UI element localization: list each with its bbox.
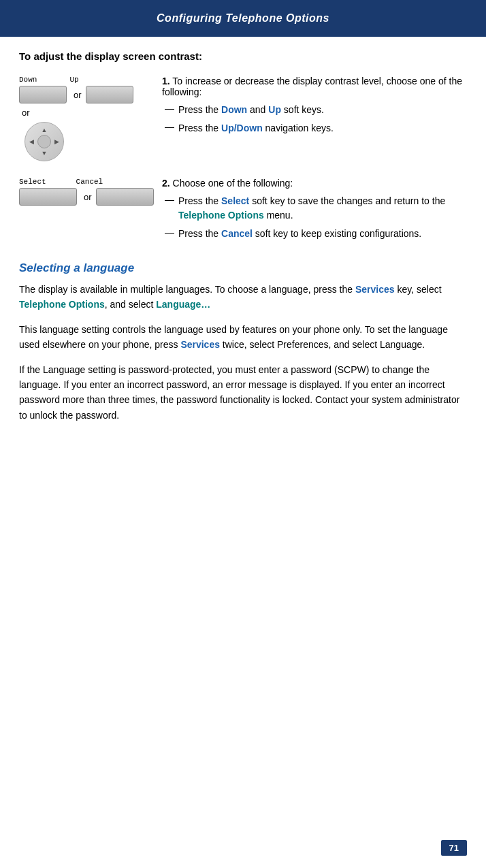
section2-para3: If the Language setting is password-prot…: [19, 362, 467, 423]
select-key-label: Select: [19, 178, 46, 186]
nav-center-button[interactable]: [37, 135, 51, 148]
down-key-label-container: Down: [19, 76, 37, 84]
select-softkey[interactable]: [19, 188, 77, 206]
softkey-labels-row: Down Up: [19, 76, 133, 84]
select-key-label-container: Select: [19, 178, 46, 186]
step1-images: Down Up or or ▲ ▼ ◀ ▶: [19, 76, 155, 161]
step1-item2-text: Press the Up/Down navigation keys.: [178, 121, 334, 135]
up-key-label-container: Up: [69, 76, 78, 84]
step2-number: 2. Choose one of the following:: [162, 178, 467, 189]
up-softkey[interactable]: [86, 86, 133, 103]
section1-title: To adjust the display screen contrast:: [19, 50, 467, 62]
nav-down-arrow: ▼: [42, 150, 48, 157]
step2-text: 2. Choose one of the following: — Press …: [155, 178, 467, 245]
softkeys-row2: or: [19, 188, 154, 206]
step2-item1: — Press the Select soft key to save the …: [162, 194, 467, 223]
services-ref1: Services: [355, 284, 395, 295]
section2: Selecting a language The display is avai…: [19, 261, 467, 423]
step2-images: Select Cancel or: [19, 178, 155, 208]
down-key-ref: Down: [221, 104, 247, 115]
services-ref2: Services: [180, 339, 220, 350]
language-ref: Language…: [156, 299, 210, 310]
up-key-label: Up: [69, 76, 78, 84]
select-key-ref: Select: [221, 195, 249, 206]
step1-text: 1. To increase or decrease the display c…: [155, 76, 467, 140]
up-key-ref: Up: [268, 104, 281, 115]
step1-number: 1. To increase or decrease the display c…: [162, 76, 467, 97]
nav-right-arrow: ▶: [54, 138, 59, 145]
dash4: —: [165, 227, 178, 238]
dash1: —: [165, 103, 178, 114]
nav-left-arrow: ◀: [29, 138, 34, 145]
nav-key[interactable]: ▲ ▼ ◀ ▶: [25, 122, 64, 161]
step1-row: Down Up or or ▲ ▼ ◀ ▶: [19, 76, 467, 161]
step2-item2-text: Press the Cancel soft key to keep existi…: [178, 227, 421, 241]
cancel-key-label: Cancel: [76, 178, 103, 186]
down-softkey[interactable]: [19, 86, 67, 103]
section2-para2: This language setting controls the langu…: [19, 322, 467, 353]
softkeys-row1: or: [19, 86, 133, 103]
cancel-key-label-container: Cancel: [76, 178, 103, 186]
telephone-options-ref2: Telephone Options: [19, 299, 105, 310]
telephone-options-ref1: Telephone Options: [178, 210, 264, 221]
step2-item1-text: Press the Select soft key to save the ch…: [178, 194, 467, 223]
nav-up-arrow: ▲: [42, 127, 48, 133]
step1-item1-text: Press the Down and Up soft keys.: [178, 103, 324, 117]
or-text-2: or: [22, 108, 30, 118]
step2-item2: — Press the Cancel soft key to keep exis…: [162, 227, 467, 241]
dash2: —: [165, 121, 178, 132]
section2-heading: Selecting a language: [19, 261, 467, 275]
dash3: —: [165, 194, 178, 205]
down-key-label: Down: [19, 76, 37, 84]
step1-item2: — Press the Up/Down navigation keys.: [162, 121, 467, 135]
page-header: Configuring Telephone Options: [0, 0, 486, 37]
or-text-3: or: [84, 192, 92, 202]
updown-key-ref: Up/Down: [221, 123, 263, 133]
header-title: Configuring Telephone Options: [157, 12, 329, 24]
main-content: To adjust the display screen contrast: D…: [0, 37, 486, 446]
page-number: 71: [441, 840, 467, 856]
step2-row: Select Cancel or 2. Choose one of the fo…: [19, 178, 467, 245]
step2-key-labels: Select Cancel: [19, 178, 154, 186]
step1-item1: — Press the Down and Up soft keys.: [162, 103, 467, 117]
cancel-softkey[interactable]: [96, 188, 154, 206]
or-text-1: or: [74, 90, 82, 100]
cancel-key-ref: Cancel: [221, 228, 253, 239]
section2-para1: The display is available in multiple lan…: [19, 282, 467, 312]
